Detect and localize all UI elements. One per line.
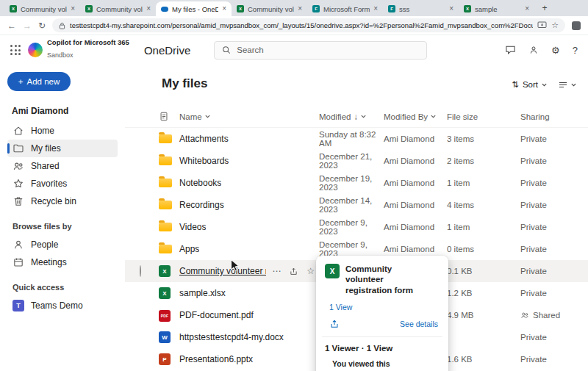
hover-card-title: Community volunteer registration form <box>345 264 432 295</box>
sidebar-item-label: Home <box>31 126 54 136</box>
word-file-icon <box>159 331 171 343</box>
column-header-name[interactable]: Name <box>179 112 319 121</box>
browser-extension-icon[interactable] <box>572 21 581 30</box>
browser-tab[interactable]: Community volun... × <box>80 1 156 16</box>
file-name[interactable]: Presentation6.pptx <box>179 354 253 364</box>
folder-icon <box>159 223 172 231</box>
share-icon[interactable] <box>329 319 340 329</box>
sidebar-item-label: Recycle bin <box>31 196 76 206</box>
search-input[interactable] <box>237 46 419 54</box>
column-header-file-size[interactable]: File size <box>447 112 520 121</box>
header-icons: ⚙ ? <box>505 45 578 55</box>
sidebar: + Add new Ami Diamond Home My files Shar… <box>0 65 125 371</box>
modified-by-cell: Ami Diamond <box>384 134 447 143</box>
browser-tab[interactable]: Community volun... × <box>232 1 307 16</box>
brand-subtitle: Sandbox <box>47 51 74 59</box>
column-header-modified[interactable]: Modified ↓ <box>319 112 384 121</box>
file-name[interactable]: Recordings <box>179 200 224 210</box>
sidebar-item-home[interactable]: Home <box>7 122 118 140</box>
tab-close-icon[interactable]: × <box>146 5 151 12</box>
add-new-label: Add new <box>26 77 60 86</box>
quick-access-heading: Quick access <box>12 283 118 292</box>
browser-tab[interactable]: sample × <box>459 1 534 16</box>
file-name[interactable]: PDF-document.pdf <box>179 310 254 320</box>
browser-tab-active[interactable]: My files - OneDriv... × <box>156 1 232 16</box>
tab-favicon <box>10 5 17 12</box>
new-tab-button[interactable]: + <box>538 1 551 15</box>
account-person-icon[interactable] <box>528 45 539 55</box>
folder-icon <box>12 143 24 154</box>
chevron-down-icon <box>571 83 576 87</box>
site-info-lock-icon[interactable] <box>59 22 65 29</box>
file-name[interactable]: Notebooks <box>179 178 221 188</box>
sidebar-item-shared[interactable]: Shared <box>7 157 118 175</box>
tab-favicon <box>85 5 93 12</box>
search-bar[interactable] <box>214 41 427 60</box>
browser-tab[interactable]: sss × <box>383 1 459 16</box>
column-header-sharing[interactable]: Sharing <box>520 112 588 121</box>
tab-close-icon[interactable]: × <box>222 5 226 12</box>
more-actions-icon[interactable]: ⋯ <box>272 266 281 276</box>
tab-title: sample <box>475 5 521 13</box>
install-app-icon[interactable] <box>537 21 547 29</box>
tab-close-icon[interactable]: × <box>298 5 302 12</box>
file-name-link[interactable]: Community volunteer registr... <box>179 266 266 276</box>
forward-icon[interactable]: → <box>23 21 32 30</box>
file-size-cell: 4.9 MB <box>447 311 520 320</box>
row-select-radio[interactable] <box>140 265 141 277</box>
url-bar[interactable]: testtestcpdt4-my.sharepoint.com/personal… <box>52 18 565 32</box>
tab-close-icon[interactable]: × <box>449 5 453 12</box>
table-row[interactable]: Videos December 9, 2023 Ami Diamond 1 it… <box>125 216 588 238</box>
search-icon <box>222 46 231 54</box>
file-name[interactable]: Whiteboards <box>179 156 229 166</box>
settings-gear-icon[interactable]: ⚙ <box>551 46 560 55</box>
table-row[interactable]: Attachments Sunday at 8:32 AM Ami Diamon… <box>125 128 588 150</box>
sidebar-item-teams-demo[interactable]: T Teams Demo <box>7 297 118 314</box>
browser-tab[interactable]: Community volun... × <box>4 1 80 16</box>
file-name[interactable]: Videos <box>179 222 206 232</box>
sidebar-item-my-files[interactable]: My files <box>7 140 118 157</box>
tab-close-icon[interactable]: × <box>525 5 529 12</box>
hover-card-summary: 1 Viewer · 1 View <box>325 344 440 353</box>
tab-favicon <box>464 5 471 12</box>
table-row[interactable]: Whiteboards December 21, 2023 Ami Diamon… <box>125 150 588 172</box>
sidebar-user-name: Ami Diamond <box>12 106 118 116</box>
browser-tab[interactable]: Microsoft Forms × <box>307 1 383 16</box>
sidebar-item-recycle-bin[interactable]: Recycle bin <box>7 192 118 210</box>
favorite-star-icon[interactable]: ☆ <box>306 266 315 276</box>
add-new-button[interactable]: + Add new <box>7 72 71 91</box>
app-name: OneDrive <box>144 44 190 57</box>
tab-title: Community volun... <box>248 5 294 13</box>
sort-control[interactable]: ⇅ Sort <box>512 79 547 90</box>
sharing-cell: Shared <box>520 311 588 320</box>
file-name[interactable]: Attachments <box>179 134 229 144</box>
star-icon <box>12 178 24 190</box>
table-row[interactable]: Notebooks December 19, 2023 Ami Diamond … <box>125 172 588 194</box>
view-options-control[interactable] <box>559 82 576 88</box>
feedback-chat-icon[interactable] <box>505 45 516 55</box>
tab-title: Microsoft Forms <box>323 5 370 13</box>
url-text: testtestcpdt4-my.sharepoint.com/personal… <box>70 21 533 29</box>
reload-icon[interactable]: ↻ <box>38 21 46 30</box>
table-row[interactable]: Recordings December 14, 2023 Ami Diamond… <box>125 194 588 216</box>
file-name[interactable]: sample.xlsx <box>179 288 226 298</box>
file-name[interactable]: httpstesttestcpdt4-my.docx <box>179 332 284 342</box>
bookmark-star-icon[interactable]: ☆ <box>551 21 559 29</box>
tab-title: Community volun... <box>96 5 143 13</box>
copilot-logo <box>28 43 43 57</box>
file-name[interactable]: Apps <box>179 244 199 254</box>
app-launcher-waffle-icon[interactable] <box>10 45 21 55</box>
sidebar-item-meetings[interactable]: Meetings <box>7 253 118 271</box>
share-icon[interactable] <box>289 267 298 276</box>
back-icon[interactable]: ← <box>7 21 16 30</box>
sidebar-item-people[interactable]: People <box>7 236 118 253</box>
tab-close-icon[interactable]: × <box>373 5 378 12</box>
see-details-link[interactable]: See details <box>400 320 438 328</box>
tab-close-icon[interactable]: × <box>71 5 75 12</box>
file-size-cell: 4 items <box>447 201 520 209</box>
teams-site-icon: T <box>12 300 24 311</box>
sidebar-item-label: Teams Demo <box>31 300 83 311</box>
sidebar-item-favorites[interactable]: Favorites <box>7 175 118 192</box>
column-header-modified-by[interactable]: Modified By <box>384 112 447 121</box>
help-icon[interactable]: ? <box>573 46 578 55</box>
